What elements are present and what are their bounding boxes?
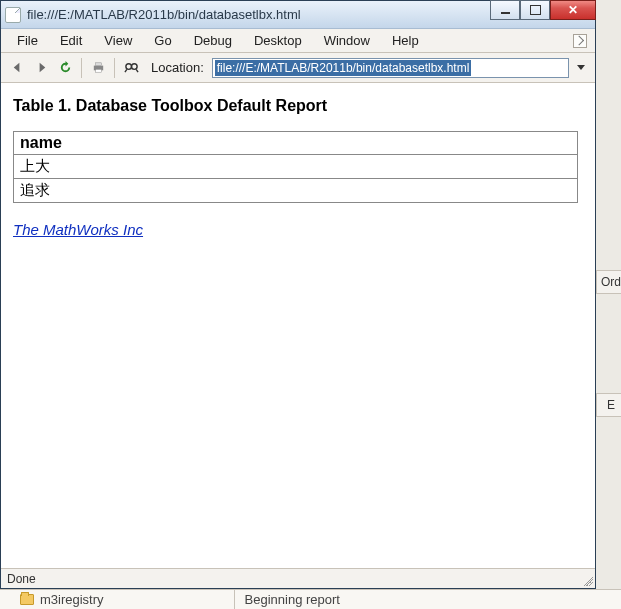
status-text: Done [7, 572, 36, 586]
bg-beginning-label: Beginning report [234, 590, 340, 609]
resize-grip-icon[interactable] [581, 574, 593, 586]
svg-rect-2 [95, 69, 101, 72]
page-content: Table 1. Database Toolbox Default Report… [1, 83, 595, 568]
mathworks-link[interactable]: The MathWorks Inc [13, 221, 143, 238]
menu-go[interactable]: Go [144, 31, 181, 50]
maximize-button[interactable] [520, 0, 550, 20]
table-cell: 上大 [14, 155, 578, 179]
table-cell: 追求 [14, 179, 578, 203]
menu-view[interactable]: View [94, 31, 142, 50]
bg-e-label: E [596, 393, 621, 417]
menu-file[interactable]: File [7, 31, 48, 50]
table-header: name [14, 132, 578, 155]
menu-desktop[interactable]: Desktop [244, 31, 312, 50]
find-button[interactable] [121, 58, 141, 78]
statusbar: Done [1, 568, 595, 588]
toolbar-separator [81, 58, 82, 78]
menubar: File Edit View Go Debug Desktop Window H… [1, 29, 595, 53]
folder-icon [20, 594, 34, 605]
page-heading: Table 1. Database Toolbox Default Report [13, 97, 583, 115]
location-dropdown-icon[interactable] [573, 58, 589, 78]
svg-line-5 [124, 69, 126, 72]
minimize-button[interactable] [490, 0, 520, 20]
toolbar-separator [114, 58, 115, 78]
toolbar: Location: file:///E:/MATLAB/R2011b/bin/d… [1, 53, 595, 83]
back-button[interactable] [7, 58, 27, 78]
menu-edit[interactable]: Edit [50, 31, 92, 50]
page-icon [5, 7, 21, 23]
data-table: name 上大 追求 [13, 131, 578, 203]
menu-debug[interactable]: Debug [184, 31, 242, 50]
browser-window: file:///E:/MATLAB/R2011b/bin/databasetlb… [0, 0, 596, 589]
print-button[interactable] [88, 58, 108, 78]
dock-menu-icon[interactable] [573, 34, 587, 48]
reload-button[interactable] [55, 58, 75, 78]
titlebar[interactable]: file:///E:/MATLAB/R2011b/bin/databasetlb… [1, 1, 595, 29]
menu-window[interactable]: Window [314, 31, 380, 50]
svg-point-3 [125, 64, 131, 70]
menu-help[interactable]: Help [382, 31, 429, 50]
svg-point-4 [131, 64, 137, 70]
forward-button[interactable] [31, 58, 51, 78]
close-button[interactable] [550, 0, 596, 20]
location-field[interactable]: file:///E:/MATLAB/R2011b/bin/databasetlb… [212, 58, 569, 78]
svg-rect-1 [95, 63, 101, 66]
table-row: 上大 [14, 155, 578, 179]
table-row: 追求 [14, 179, 578, 203]
svg-line-6 [136, 69, 138, 72]
location-label: Location: [151, 60, 204, 75]
background-bottom-bar: m3iregistry Beginning report [0, 589, 621, 609]
bg-folder-label: m3iregistry [40, 592, 104, 607]
window-buttons [490, 0, 596, 20]
bg-order-label: Orde [596, 270, 621, 294]
location-value: file:///E:/MATLAB/R2011b/bin/databasetlb… [215, 60, 472, 76]
